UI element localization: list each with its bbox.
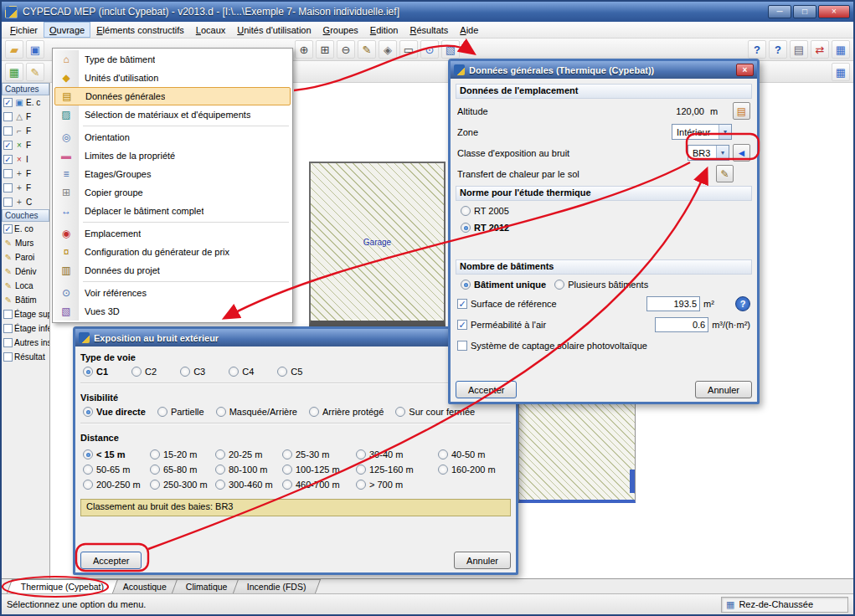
transfer-icon[interactable]: ⇄ (811, 40, 829, 59)
captures-layer-icon[interactable]: ▦ (5, 63, 23, 81)
menu-item-config-generateur-prix[interactable]: ¤Configuration du générateur de prix (54, 243, 291, 261)
menu-edition[interactable]: Edition (364, 22, 404, 38)
menu-resultats[interactable]: Résultats (404, 22, 454, 38)
radio-distance-4[interactable]: 30-40 m (356, 449, 438, 459)
radio-dot[interactable] (438, 449, 448, 459)
radio-dot[interactable] (461, 280, 471, 290)
close-button[interactable]: × (818, 5, 850, 18)
checkbox[interactable]: ✓ (3, 224, 13, 234)
radio-dot[interactable] (356, 449, 366, 459)
menu-item-emplacement[interactable]: ◉Emplacement (54, 224, 291, 243)
radio-c1[interactable]: C1 (83, 367, 108, 377)
accepter-button[interactable]: Accepter (456, 381, 517, 398)
menu-aide[interactable]: Aide (454, 22, 484, 38)
layer-item[interactable]: Étage supe (2, 307, 49, 321)
chevron-down-icon[interactable]: ▾ (719, 125, 731, 139)
tab-thermique[interactable]: Thermique (Cypebat) (7, 579, 118, 593)
surface-checkbox[interactable]: ✓ (457, 299, 467, 309)
menu-elements-constructifs[interactable]: Eléments constructifs (90, 22, 190, 38)
menu-ouvrage[interactable]: Ouvrage (44, 22, 90, 38)
checkbox[interactable] (3, 324, 13, 333)
menu-unites-utilisation[interactable]: Unités d'utilisation (231, 22, 317, 38)
zoom-in-icon[interactable]: ⊕ (295, 40, 313, 59)
menu-item-copier-groupe[interactable]: ⊞Copier groupe (54, 183, 291, 202)
radio-dot[interactable] (83, 367, 93, 377)
layer-item[interactable]: ✎Paroi (2, 250, 49, 264)
checkbox[interactable] (3, 183, 13, 192)
maximize-button[interactable]: □ (793, 5, 816, 18)
radio-distance-12[interactable]: 200-250 m (83, 480, 150, 490)
capture-item[interactable]: +F (2, 167, 49, 181)
checkbox[interactable]: ✓ (3, 155, 13, 164)
layer-item[interactable]: Autres inst (2, 336, 49, 350)
layer-item[interactable]: ✎Loca (2, 279, 49, 293)
menu-item-etages-groupes[interactable]: ≡Etages/Groupes (54, 165, 291, 183)
layer-item[interactable]: Étage infér (2, 321, 49, 336)
chevron-down-icon[interactable]: ▾ (716, 146, 729, 160)
print-icon[interactable]: ▤ (790, 40, 808, 59)
radio-dot[interactable] (438, 465, 448, 475)
radio-dot[interactable] (150, 449, 160, 459)
ortho-grid-icon[interactable]: ▦ (832, 63, 850, 81)
radio-dot[interactable] (356, 480, 366, 490)
menu-item-deplacer-batiment[interactable]: ↔Déplacer le bâtiment complet (54, 202, 291, 220)
capture-item[interactable]: ⌐F (2, 124, 49, 138)
open-icon[interactable]: ▰ (5, 40, 23, 59)
radio-distance-7[interactable]: 65-80 m (150, 465, 215, 475)
levels-button[interactable]: ▤ (733, 102, 750, 120)
radio-distance-14[interactable]: 300-460 m (215, 480, 282, 490)
help-icon[interactable]: ? (748, 40, 766, 59)
minimize-button[interactable]: ─ (768, 5, 791, 18)
menu-item-limites-propriete[interactable]: ▬Limites de la propriété (54, 146, 291, 165)
radio-dot[interactable] (461, 223, 471, 233)
radio-dot[interactable] (229, 367, 239, 377)
radio-c3[interactable]: C3 (180, 367, 205, 377)
radio-masquee-arriere[interactable]: Masquée/Arrière (216, 407, 297, 417)
radio-dot[interactable] (83, 407, 93, 417)
exposition-bruit-button[interactable]: ◄ (733, 144, 750, 162)
grid-icon[interactable]: ▦ (832, 40, 850, 59)
radio-dot[interactable] (131, 367, 142, 377)
layer-item[interactable]: ✎Déniv (2, 264, 49, 279)
radio-dot[interactable] (215, 480, 225, 490)
radio-dot[interactable] (150, 465, 160, 475)
radio-distance-10[interactable]: 125-160 m (356, 465, 438, 475)
layer-item[interactable]: ✓E. co (2, 222, 49, 236)
layer-item[interactable]: ✎Murs (2, 236, 49, 250)
menu-groupes[interactable]: Groupes (317, 22, 364, 38)
radio-distance-2[interactable]: 20-25 m (215, 449, 282, 459)
radio-batiment-unique[interactable]: Bâtiment unique (461, 280, 546, 290)
permeabilite-input[interactable]: 0.6 (655, 317, 708, 332)
tab-incendie[interactable]: Incendie (FDS) (233, 579, 321, 593)
menu-item-type-de-batiment[interactable]: ⌂Type de bâtiment (54, 50, 291, 69)
layer-item[interactable]: ✎Bâtim (2, 293, 49, 307)
radio-c2[interactable]: C2 (131, 367, 157, 377)
level-selector[interactable]: ▦ Rez-de-Chaussée (721, 597, 848, 613)
annuler-button[interactable]: Annuler (454, 552, 511, 569)
checkbox[interactable] (3, 338, 13, 347)
radio-dot[interactable] (395, 407, 405, 417)
zoom-window-icon[interactable]: ⊞ (316, 40, 334, 59)
radio-distance-11[interactable]: 160-200 m (438, 465, 511, 475)
surface-input[interactable]: 193.5 (646, 296, 700, 311)
radio-dot[interactable] (83, 465, 93, 475)
menu-item-donnees-generales[interactable]: ▤Données générales (54, 87, 291, 105)
capture-item[interactable]: △F (2, 110, 49, 124)
radio-distance-1[interactable]: 15-20 m (150, 449, 215, 459)
radio-rt2012[interactable]: RT 2012 (456, 219, 752, 236)
radio-distance-13[interactable]: 250-300 m (150, 480, 215, 490)
menu-item-selection-materiaux[interactable]: ▨Sélection de matériaux et d'équipements (54, 105, 291, 124)
radio-dot[interactable] (180, 367, 190, 377)
radio-dot[interactable] (83, 480, 93, 490)
radio-dot[interactable] (216, 407, 226, 417)
radio-dot[interactable] (150, 480, 160, 490)
save-icon[interactable]: ▣ (26, 40, 44, 59)
permeabilite-checkbox[interactable]: ✓ (457, 320, 467, 330)
checkbox[interactable]: ✓ (3, 141, 13, 150)
radio-distance-5[interactable]: 40-50 m (438, 449, 511, 459)
capture-item[interactable]: ✓×F (2, 138, 49, 152)
edit-transfert-button[interactable]: ✎ (716, 165, 734, 182)
garage-room-plan[interactable]: Garage (309, 162, 446, 326)
capture-item[interactable]: +F (2, 181, 49, 195)
radio-dot[interactable] (282, 449, 292, 459)
